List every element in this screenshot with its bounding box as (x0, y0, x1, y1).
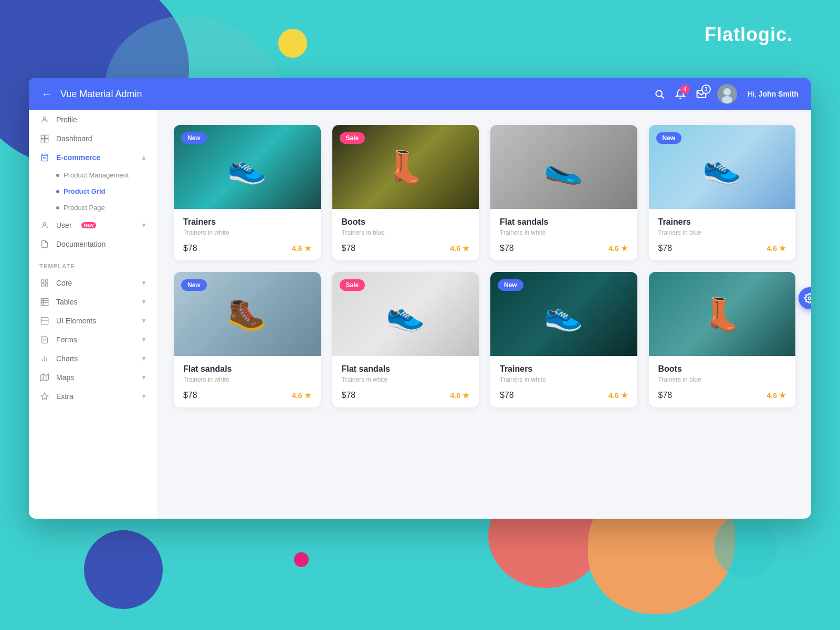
messages-button[interactable]: 3 (696, 89, 707, 99)
notifications-button[interactable]: 4 (675, 89, 686, 99)
product-footer-1: $78 4.6 ★ (183, 244, 311, 253)
product-info-2: Boots Trainers in blue $78 4.6 ★ (332, 209, 479, 260)
product-tag-5: New (181, 279, 207, 291)
sidebar-item-core[interactable]: Core ▼ (29, 274, 158, 292)
sidebar-label-product-management: Product Management (64, 171, 129, 179)
star-icon-3: ★ (621, 244, 628, 253)
product-info-4: Trainers Trainers in blue $78 4.6 ★ (649, 209, 796, 260)
sidebar-item-tables[interactable]: Tables ▼ (29, 292, 158, 311)
svg-rect-15 (41, 284, 44, 286)
brand-title: Flatlogic. (705, 24, 793, 46)
product-rating-5: 4.6 ★ (292, 391, 311, 400)
core-arrow: ▼ (141, 279, 147, 287)
svg-point-32 (808, 297, 811, 300)
sidebar-item-user[interactable]: User New ▼ (29, 216, 158, 235)
product-grid: 👟 New Trainers Trainers in white $78 4.6… (174, 125, 795, 407)
sidebar-item-extra[interactable]: Extra ▼ (29, 387, 158, 406)
product-price-1: $78 (183, 244, 197, 253)
sidebar-label-profile: Profile (56, 116, 77, 124)
sidebar-label-product-grid: Product Grid (64, 187, 105, 195)
product-image-8: 👢 (649, 272, 796, 356)
product-footer-3: $78 4.6 ★ (500, 244, 628, 253)
brand-name: Flatlogic. (705, 24, 793, 45)
product-tag-7: New (498, 279, 523, 291)
sidebar-item-maps[interactable]: Maps ▼ (29, 368, 158, 387)
sidebar-item-ecommerce[interactable]: E-commerce ▲ (29, 148, 158, 167)
extra-icon (39, 392, 50, 401)
product-info-6: Flat sandals Trainers in white $78 4.6 ★ (332, 356, 479, 407)
product-card-4[interactable]: 👟 New Trainers Trainers in blue $78 4.6 … (649, 125, 796, 260)
product-rating-8: 4.6 ★ (767, 391, 786, 400)
sidebar-sub-product-management[interactable]: Product Management (56, 167, 158, 183)
sidebar-label-dashboard: Dashboard (56, 134, 92, 143)
sidebar-item-profile[interactable]: Profile (29, 110, 158, 129)
product-card-7[interactable]: 👟 New Trainers Trainers in white $78 4.6… (490, 272, 637, 407)
product-card-2[interactable]: 👢 Sale Boots Trainers in blue $78 4.6 ★ (332, 125, 479, 260)
product-rating-2: 4.6 ★ (450, 244, 469, 253)
maps-icon (39, 373, 50, 382)
product-card-8[interactable]: 👢 Boots Trainers in blue $78 4.6 ★ (649, 272, 796, 407)
product-name-6: Flat sandals (342, 364, 470, 374)
bg-blob-teal-bottom-right (714, 514, 777, 578)
template-section-label: TEMPLATE (29, 254, 158, 274)
product-price-8: $78 (658, 391, 673, 400)
svg-point-6 (43, 117, 46, 120)
user-arrow: ▼ (141, 222, 147, 229)
product-info-8: Boots Trainers in blue $78 4.6 ★ (649, 356, 796, 407)
product-name-1: Trainers (183, 217, 311, 227)
sub-dot-3 (56, 206, 59, 209)
bg-blob-magenta-bottom (294, 552, 309, 567)
sidebar-item-dashboard[interactable]: Dashboard (29, 129, 158, 148)
product-name-7: Trainers (500, 364, 628, 374)
search-button[interactable] (654, 89, 665, 99)
sidebar-item-charts[interactable]: Charts ▼ (29, 349, 158, 368)
charts-icon (39, 354, 50, 363)
product-desc-4: Trainers in blue (658, 229, 786, 236)
sidebar-item-documentation[interactable]: Documentation (29, 235, 158, 254)
ui-elements-arrow: ▼ (141, 317, 147, 324)
product-card-3[interactable]: 🥿 Flat sandals Trainers in white $78 4.6… (490, 125, 637, 260)
back-button[interactable]: ← (41, 88, 52, 100)
product-info-7: Trainers Trainers in white $78 4.6 ★ (490, 356, 637, 407)
product-price-4: $78 (658, 244, 673, 253)
messages-badge: 3 (701, 85, 711, 94)
product-name-8: Boots (658, 364, 786, 374)
product-image-1: 👟 New (174, 125, 321, 209)
product-rating-4: 4.6 ★ (767, 244, 786, 253)
sidebar-sub-product-grid[interactable]: Product Grid (56, 183, 158, 200)
svg-rect-17 (41, 298, 48, 305)
avatar (717, 84, 737, 104)
main-content: 👟 New Trainers Trainers in white $78 4.6… (158, 110, 811, 519)
user-greeting: Hi, John Smith (748, 90, 799, 98)
product-image-6: 👟 Sale (332, 272, 479, 356)
product-price-5: $78 (183, 391, 197, 400)
product-price-2: $78 (342, 244, 356, 253)
sidebar-label-core: Core (56, 279, 72, 287)
product-rating-7: 4.6 ★ (608, 391, 627, 400)
product-tag-6: Sale (340, 279, 365, 291)
settings-icon (804, 293, 811, 303)
sidebar-item-ui-elements[interactable]: UI Elements ▼ (29, 311, 158, 330)
star-icon-6: ★ (463, 391, 469, 400)
bg-blob-yellow (278, 29, 307, 58)
product-card-5[interactable]: 🥾 New Flat sandals Trainers in white $78… (174, 272, 321, 407)
product-footer-5: $78 4.6 ★ (183, 391, 311, 400)
dashboard-icon (39, 134, 50, 143)
product-desc-6: Trainers in white (342, 376, 470, 383)
ecommerce-icon (39, 153, 50, 162)
product-card-6[interactable]: 👟 Sale Flat sandals Trainers in white $7… (332, 272, 479, 407)
sidebar-label-extra: Extra (56, 392, 74, 401)
sidebar-item-forms[interactable]: Forms ▼ (29, 330, 158, 349)
product-desc-5: Trainers in white (183, 376, 311, 383)
star-icon-5: ★ (304, 391, 311, 400)
product-card-1[interactable]: 👟 New Trainers Trainers in white $78 4.6… (174, 125, 321, 260)
sidebar-sub-product-page[interactable]: Product Page (56, 200, 158, 216)
product-name-3: Flat sandals (500, 217, 628, 227)
charts-arrow: ▼ (141, 355, 147, 362)
product-tag-2: Sale (340, 132, 365, 144)
star-icon-4: ★ (779, 244, 786, 253)
svg-rect-16 (45, 284, 48, 286)
sidebar-label-maps: Maps (56, 373, 74, 382)
notifications-badge: 4 (680, 85, 690, 94)
product-image-4: 👟 New (649, 125, 796, 209)
